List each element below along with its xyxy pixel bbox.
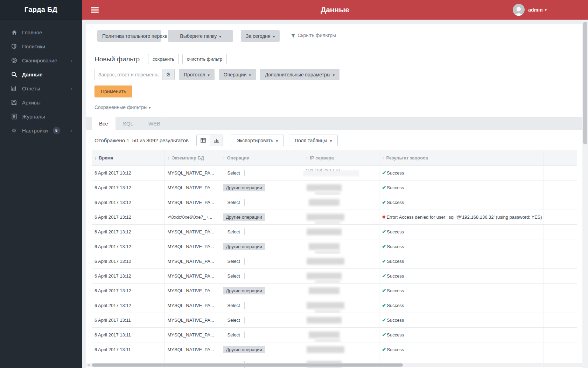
table-row[interactable]: 6 April 2017 13:11 MYSQL_NATIVE_PA... Se… bbox=[92, 327, 577, 342]
journal-icon bbox=[10, 114, 18, 120]
user-menu[interactable]: admin ▾ bbox=[513, 4, 547, 16]
success-icon: ✔ bbox=[382, 199, 386, 205]
column-header-server-ip[interactable]: ↕IP сервера bbox=[303, 150, 379, 165]
sidebar-item-label: Журналы bbox=[22, 114, 45, 120]
tab-web[interactable]: WEB bbox=[141, 117, 168, 130]
export-dropdown[interactable]: Экспортировать▾ bbox=[231, 135, 284, 146]
top-header: Данные admin ▾ bbox=[82, 0, 588, 20]
caret-down-icon: ▾ bbox=[273, 34, 275, 39]
new-filter-row: Новый фильтр сохранить очистить фильтр bbox=[94, 54, 574, 64]
sidebar-item-label: Сканирование bbox=[22, 57, 57, 63]
content-panel: Политика тотального перехв...▾ Выберите … bbox=[86, 24, 582, 368]
clear-filter-button[interactable]: очистить фильтр bbox=[182, 54, 227, 64]
tab-all[interactable]: Все bbox=[92, 117, 115, 130]
table-row[interactable]: 6 April 2017 13:12 MYSQL_NATIVE_PA... Se… bbox=[92, 268, 577, 283]
cell-operations: Select bbox=[220, 313, 303, 327]
cell-query-result: ✔Success bbox=[379, 254, 544, 268]
cell-server-ip bbox=[303, 313, 379, 327]
sidebar-item-label: Отчеты bbox=[22, 86, 40, 91]
query-search-input[interactable] bbox=[94, 69, 162, 80]
sort-icon: ↕ bbox=[168, 156, 170, 161]
table-row[interactable]: 6 April 2017 13:11 MYSQL_NATIVE_PA... Др… bbox=[92, 342, 577, 357]
table-row[interactable]: 6 April 2017 13:12 MYSQL_NATIVE_PA... Se… bbox=[92, 195, 577, 210]
cell-operations: Select bbox=[220, 254, 303, 268]
chart-view-icon bbox=[214, 138, 219, 143]
sidebar-item-scanning[interactable]: Сканирование ‹ bbox=[0, 53, 82, 67]
folder-dropdown[interactable]: Выберите папку▾ bbox=[168, 30, 233, 42]
sidebar-item-main[interactable]: Главное bbox=[0, 25, 82, 39]
cell-query-result: ✔Success bbox=[379, 224, 544, 239]
cell-server-ip bbox=[303, 180, 379, 195]
table-row[interactable]: 6 April 2017 13:12 MYSQL_NATIVE_PA... Se… bbox=[92, 254, 577, 268]
sidebar-item-journals[interactable]: Журналы bbox=[0, 109, 82, 123]
archive-icon bbox=[10, 100, 18, 105]
hide-filters-link[interactable]: Скрыть фильтры bbox=[291, 33, 336, 39]
sidebar-item-reports[interactable]: Отчеты ‹ bbox=[0, 81, 82, 95]
cell-server-ip: 192.168.230.170 bbox=[303, 165, 379, 180]
column-header-db-instance[interactable]: ↕Экземпляр БД bbox=[164, 150, 220, 165]
horizontal-scrollbar[interactable]: ◄ bbox=[86, 363, 582, 367]
cell-query-result: ✔Success bbox=[379, 298, 544, 313]
column-header-query-result[interactable]: ↕Результат запроса bbox=[379, 150, 544, 165]
vertical-scrollbar-thumb[interactable] bbox=[583, 22, 587, 144]
cell-filler bbox=[544, 210, 577, 224]
table-fields-dropdown[interactable]: Поля таблицы▾ bbox=[289, 135, 338, 146]
masked-ip bbox=[303, 313, 370, 327]
cell-filler bbox=[544, 298, 577, 313]
scan-icon bbox=[10, 57, 18, 63]
additional-params-dropdown[interactable]: Дополнительные параметры▾ bbox=[260, 69, 340, 80]
cell-time: 6 April 2017 13:12 bbox=[92, 254, 164, 268]
apply-button[interactable]: Применить bbox=[94, 86, 132, 97]
masked-ip bbox=[303, 284, 370, 298]
results-count-label: Отображено 1–50 из 8092 результатов bbox=[94, 137, 189, 143]
cell-filler bbox=[544, 165, 577, 180]
column-header-operations[interactable]: ↕Операции bbox=[220, 150, 303, 165]
table-row[interactable]: 6 April 2017 13:12 MYSQL_NATIVE_PA... Se… bbox=[92, 165, 577, 180]
cell-filler bbox=[544, 342, 577, 357]
table-row[interactable]: 6 April 2017 13:12 MYSQL_NATIVE_PA... Др… bbox=[92, 283, 577, 298]
avatar bbox=[513, 4, 525, 16]
vertical-scrollbar[interactable] bbox=[582, 20, 588, 368]
sidebar-item-policies[interactable]: Политики bbox=[0, 39, 82, 53]
caret-down-icon: ▾ bbox=[219, 34, 221, 39]
column-header-time[interactable]: ↓Время bbox=[92, 150, 164, 165]
table-row[interactable]: 6 April 2017 13:12 MYSQL_NATIVE_PA... Se… bbox=[92, 298, 577, 313]
cell-query-result: ✔Success bbox=[379, 195, 544, 210]
search-settings-button[interactable]: ⚙ bbox=[162, 69, 175, 80]
settings-count-badge: 5 bbox=[53, 127, 60, 134]
sidebar-item-archives[interactable]: Архивы bbox=[0, 95, 82, 109]
protocol-dropdown[interactable]: Протокол▾ bbox=[179, 69, 215, 80]
cell-time: 6 April 2017 13:12 bbox=[92, 239, 164, 254]
table-row[interactable]: 6 April 2017 13:12 MYSQL_NATIVE_PA... Др… bbox=[92, 180, 577, 195]
table-view-button[interactable] bbox=[197, 135, 210, 146]
masked-ip bbox=[303, 328, 370, 342]
operations-dropdown[interactable]: Операции▾ bbox=[219, 69, 256, 80]
horizontal-scrollbar-thumb[interactable] bbox=[92, 363, 403, 367]
table-row[interactable]: 6 April 2017 13:12 MYSQL_NATIVE_PA... Др… bbox=[92, 239, 577, 254]
save-filter-button[interactable]: сохранить bbox=[148, 54, 179, 64]
success-icon: ✔ bbox=[382, 347, 386, 352]
sidebar-item-settings[interactable]: ⚙ Настройки 5 ‹ bbox=[0, 123, 82, 137]
tab-sql[interactable]: SQL bbox=[115, 117, 141, 130]
chart-view-button[interactable] bbox=[210, 135, 223, 146]
period-dropdown[interactable]: За сегодня▾ bbox=[241, 30, 280, 42]
masked-ip bbox=[303, 239, 370, 254]
cell-query-result: ✔Success bbox=[379, 239, 544, 254]
table-view-icon bbox=[201, 138, 206, 143]
cell-filler bbox=[544, 327, 577, 342]
sort-desc-icon: ↓ bbox=[94, 156, 97, 161]
success-icon: ✔ bbox=[382, 273, 386, 279]
masked-ip bbox=[303, 342, 370, 357]
sidebar-item-data[interactable]: Данные bbox=[0, 67, 82, 81]
saved-filters-link[interactable]: Сохраненные фильтры ▾ bbox=[94, 104, 151, 111]
table-row[interactable]: 6 April 2017 13:12 MYSQL_NATIVE_PA... Se… bbox=[92, 224, 577, 239]
column-header-filler bbox=[544, 150, 577, 165]
table-row[interactable]: 6 April 2017 13:11 MYSQL_NATIVE_PA... Se… bbox=[92, 313, 577, 327]
cell-time: 6 April 2017 13:12 bbox=[92, 165, 164, 180]
cell-db-instance: MYSQL_NATIVE_PA... bbox=[164, 180, 220, 195]
table-row[interactable]: 6 April 2017 13:12 <\0xdc\0xe6\0xe7_+...… bbox=[92, 210, 577, 224]
cell-operations: Select bbox=[220, 195, 303, 210]
scroll-left-arrow-icon[interactable]: ◄ bbox=[87, 363, 90, 367]
policy-dropdown[interactable]: Политика тотального перехв...▾ bbox=[97, 30, 161, 42]
shield-icon bbox=[10, 43, 18, 49]
